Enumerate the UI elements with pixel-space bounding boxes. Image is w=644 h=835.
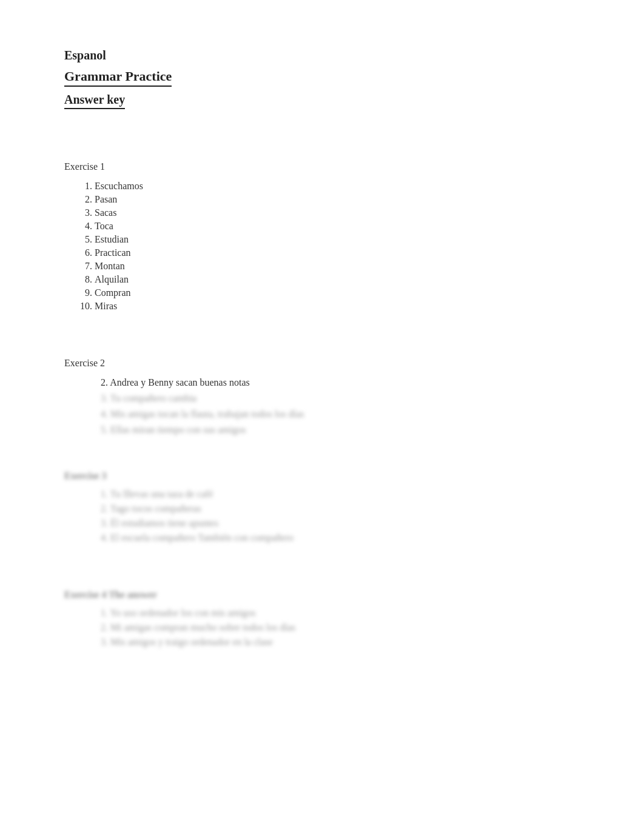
list-item: Miras: [95, 301, 580, 312]
item-num: 1.: [101, 608, 110, 618]
exercise2-label: Exercise 2: [64, 358, 580, 369]
item-text: Yo uso ordenador los con mis amigos: [110, 608, 255, 618]
exercise1-section: Exercise 1 Escuchamos Pasan Sacas Toca E…: [64, 161, 580, 312]
item-text: Él estudiamos tiene apuntes: [110, 518, 218, 528]
item-num: 2.: [101, 622, 110, 632]
list-item: Montan: [95, 261, 580, 272]
item-num: 2.: [101, 377, 110, 387]
list-item: Sacas: [95, 207, 580, 218]
item-num: 3.: [101, 393, 110, 403]
exercise4-items: 1. Yo uso ordenador los con mis amigos 2…: [64, 608, 580, 648]
exercise1-label: Exercise 1: [64, 161, 580, 172]
list-item: Compran: [95, 287, 580, 298]
list-item: Practican: [95, 247, 580, 258]
exercise2-section: Exercise 2 2. Andrea y Benny sacan buena…: [64, 358, 580, 435]
item-text: Tu compañero cambia: [110, 393, 196, 403]
exercise4-item: 2. Mi amigas compran mucho sobre todos l…: [101, 622, 580, 633]
list-item: Pasan: [95, 194, 580, 205]
list-item: Estudian: [95, 234, 580, 245]
grammar-title: Grammar Practice: [64, 69, 172, 87]
exercise2-item: 2. Andrea y Benny sacan buenas notas: [101, 377, 580, 388]
list-item: Toca: [95, 221, 580, 232]
answer-key-title: Answer key: [64, 93, 125, 109]
item-text: Mis amigos y traigo ordenador en la clas…: [110, 637, 273, 647]
page-container: Espanol Grammar Practice Answer key Exer…: [64, 49, 580, 648]
list-item: Escuchamos: [95, 181, 580, 192]
exercise4-label: Exercise 4 The answer: [64, 589, 580, 600]
item-num: 4.: [101, 409, 110, 419]
exercise2-item: 3. Tu compañero cambia: [101, 393, 580, 404]
exercise3-items: 1. Tu lllevas una taza de café 2. Tago t…: [64, 489, 580, 543]
item-text: Mis amigas tocan la flauta, trabajan tod…: [110, 409, 304, 419]
item-num: 2.: [101, 503, 110, 514]
item-text: El escuela compañero También con compañe…: [110, 532, 293, 543]
exercise2-items: 2. Andrea y Benny sacan buenas notas 3. …: [64, 377, 580, 435]
exercise3-item: 1. Tu lllevas una taza de café: [101, 489, 580, 500]
item-num: 5.: [101, 424, 110, 435]
exercise3-item: 4. El escuela compañero También con comp…: [101, 532, 580, 543]
item-num: 1.: [101, 489, 110, 499]
exercise3-label: Exercise 3: [64, 471, 580, 481]
exercise3-item: 3. Él estudiamos tiene apuntes: [101, 518, 580, 529]
item-num: 3.: [101, 518, 110, 528]
item-text: Tago tocos compañeras: [110, 503, 201, 514]
exercise3-section: Exercise 3 1. Tu lllevas una taza de caf…: [64, 471, 580, 543]
item-text: Andrea y Benny sacan buenas notas: [110, 377, 250, 387]
item-text: Tu lllevas una taza de café: [110, 489, 213, 499]
item-text: Ellas miran tiempo con sus amigos: [110, 424, 246, 435]
list-item: Alquilan: [95, 274, 580, 285]
item-text: Mi amigas compran mucho sobre todos los …: [110, 622, 295, 632]
item-num: 4.: [101, 532, 110, 543]
exercise1-list: Escuchamos Pasan Sacas Toca Estudian Pra…: [64, 181, 580, 312]
exercise2-item: 4. Mis amigas tocan la flauta, trabajan …: [101, 409, 580, 420]
exercise2-item: 5. Ellas miran tiempo con sus amigos: [101, 424, 580, 435]
exercise3-item: 2. Tago tocos compañeras: [101, 503, 580, 514]
exercise4-item: 1. Yo uso ordenador los con mis amigos: [101, 608, 580, 619]
exercise4-section: Exercise 4 The answer 1. Yo uso ordenado…: [64, 589, 580, 648]
exercise4-item: 3. Mis amigos y traigo ordenador en la c…: [101, 637, 580, 648]
item-num: 3.: [101, 637, 110, 647]
subject-title: Espanol: [64, 49, 580, 62]
